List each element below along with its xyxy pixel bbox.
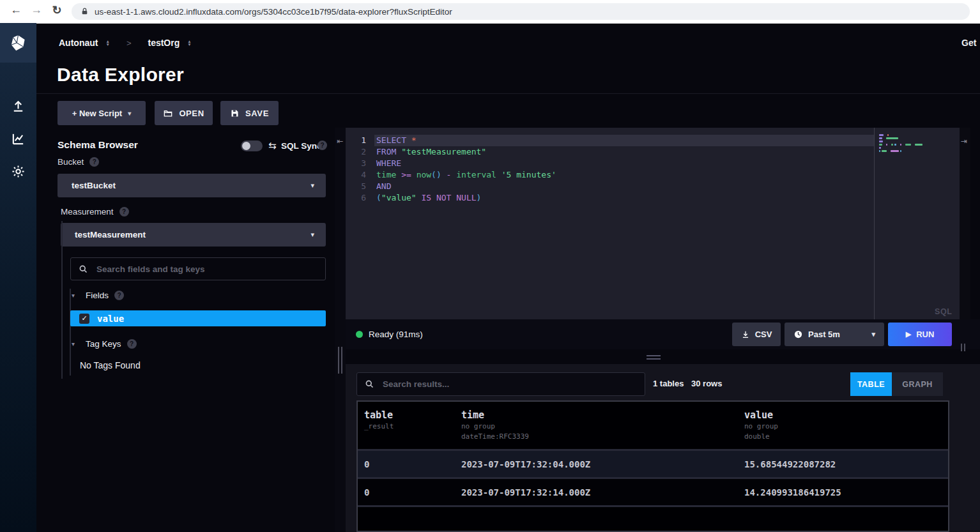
result-row: 02023-07-09T17:32:14.000Z14.240993186419… (358, 477, 948, 507)
get-started-link[interactable]: Get (961, 38, 976, 48)
collapse-caret-icon[interactable]: ▾ (72, 292, 75, 299)
line-number: 5 (346, 181, 374, 192)
query-results-panel: 1 tables 30 rows TABLE GRAPH table_resul… (346, 364, 980, 532)
new-script-label: + New Script (72, 109, 122, 118)
code-line[interactable]: WHERE (374, 158, 874, 169)
results-search-input[interactable] (381, 379, 637, 390)
open-label: OPEN (179, 109, 204, 118)
result-column-header: timeno groupdateTime:RFC3339 (455, 402, 738, 449)
editor-minimap[interactable] (874, 128, 960, 319)
measurement-value: testMeasurement (75, 230, 146, 239)
sql-code-editor[interactable]: 123456 SELECT *FROM "testMeasurement"WHE… (346, 128, 960, 319)
search-icon (365, 379, 374, 389)
org-switcher[interactable]: Autonaut (59, 38, 98, 48)
lock-icon (80, 7, 89, 16)
grip-bar (341, 347, 342, 374)
tab-graph-view[interactable]: GRAPH (892, 372, 943, 396)
play-icon: ▶ (906, 330, 911, 338)
collapse-panel-left-icon[interactable]: ⇤ (337, 137, 344, 146)
save-script-button[interactable]: SAVE (220, 101, 279, 125)
sql-sync-label: SQL Sync (281, 141, 322, 151)
results-table-body: 02023-07-09T17:32:04.000Z15.685449220872… (358, 449, 948, 507)
fields-help-icon[interactable]: ? (114, 291, 124, 300)
value-checkbox[interactable]: ✓ (79, 314, 89, 324)
sql-sync-help-icon[interactable]: ? (318, 141, 327, 150)
url-text: us-east-1-1.aws.cloud2.influxdata.com/or… (95, 7, 452, 17)
sql-sync-icon: ⇆ (268, 140, 277, 151)
browser-forward-button[interactable]: → (27, 3, 46, 17)
code-lines[interactable]: SELECT *FROM "testMeasurement"WHEREtime … (374, 128, 874, 319)
code-line[interactable]: ("value" IS NOT NULL) (374, 192, 874, 204)
upload-icon[interactable] (0, 99, 36, 114)
browser-chrome: ← → ↻ us-east-1-1.aws.cloud2.influxdata.… (0, 0, 980, 24)
workspace-chevrons-icon[interactable]: ▲▼ (187, 40, 191, 46)
new-script-button[interactable]: + New Script ▾ (57, 101, 146, 125)
browser-reload-button[interactable]: ↻ (47, 3, 66, 17)
minimap-line (879, 141, 960, 142)
editor-gutter: 123456 (346, 128, 374, 319)
panel-resize-handle-vertical[interactable]: ⇤ (335, 128, 346, 532)
line-number: 4 (346, 169, 374, 181)
influxdb-logo[interactable] (0, 23, 36, 63)
field-item-value[interactable]: ✓ value (70, 310, 326, 326)
search-icon (79, 264, 88, 274)
status-dot-icon (356, 331, 363, 338)
query-status-bar: Ready (91ms) CSV Past 5m ▾ ▶ RUN (346, 319, 980, 349)
nav-sidebar: ? (0, 23, 36, 532)
right-resize-grip[interactable] (961, 344, 965, 351)
result-cell: 14.240993186419725 (738, 487, 942, 498)
download-icon (741, 330, 750, 339)
schema-search-input[interactable] (95, 264, 318, 275)
tag-keys-help-icon[interactable]: ? (127, 339, 137, 349)
code-line[interactable]: time >= now() - interval '5 minutes' (374, 169, 874, 181)
header-divider (36, 93, 980, 94)
address-bar[interactable]: us-east-1-1.aws.cloud2.influxdata.com/or… (72, 3, 970, 20)
panel-resize-handle-horizontal[interactable] (647, 355, 661, 361)
results-table: table_resulttimeno groupdateTime:RFC3339… (356, 400, 949, 532)
org-chevrons-icon[interactable]: ▲▼ (105, 40, 109, 46)
result-column-header: table_result (358, 402, 455, 449)
minimap-line (879, 137, 960, 139)
code-line[interactable]: AND (374, 181, 874, 192)
workspace-switcher[interactable]: testOrg (148, 38, 180, 48)
clock-icon (793, 330, 803, 339)
code-line[interactable]: SELECT * (374, 135, 874, 146)
result-cell: 0 (358, 487, 455, 498)
measurement-help-icon[interactable]: ? (119, 207, 129, 217)
code-line[interactable]: FROM "testMeasurement" (374, 146, 874, 158)
tag-keys-section: ▾ Tag Keys ? (72, 339, 137, 349)
chevron-down-icon: ▾ (128, 110, 131, 117)
open-script-button[interactable]: OPEN (155, 101, 213, 125)
tab-table-view[interactable]: TABLE (850, 372, 892, 396)
line-number: 2 (346, 146, 374, 158)
collapse-caret-icon[interactable]: ▾ (72, 340, 75, 347)
save-disk-icon (230, 109, 240, 118)
indent-guide (61, 221, 63, 379)
bucket-label: Bucket ? (57, 157, 99, 167)
measurement-label: Measurement ? (61, 207, 129, 217)
line-number: 1 (346, 135, 374, 146)
minimap-line (879, 134, 960, 136)
fields-section: ▾ Fields ? (72, 291, 124, 300)
csv-download-button[interactable]: CSV (732, 323, 781, 346)
settings-gear-icon[interactable] (0, 164, 36, 179)
measurement-dropdown[interactable]: testMeasurement ▾ (61, 223, 326, 247)
browser-back-button[interactable]: ← (6, 3, 26, 17)
sql-sync-toggle[interactable] (241, 141, 263, 151)
collapse-panel-right-icon[interactable]: ⇥ (961, 137, 967, 146)
result-cell: 15.68544922087282 (738, 459, 942, 469)
tables-count: 1 tables (653, 379, 684, 388)
bucket-dropdown[interactable]: testBucket ▾ (57, 174, 326, 197)
line-number: 6 (346, 192, 374, 204)
minimap-line (879, 144, 960, 146)
bucket-help-icon[interactable]: ? (89, 157, 99, 167)
data-explorer-graph-icon[interactable] (0, 132, 36, 146)
schema-browser-panel: Schema Browser ⇆ SQL Sync ? Bucket ? tes… (36, 128, 335, 532)
schema-browser-title: Schema Browser (57, 139, 138, 151)
run-query-button[interactable]: ▶ RUN (888, 323, 952, 346)
csv-label: CSV (755, 330, 772, 339)
minimap-line (879, 147, 960, 149)
minimap-line (879, 150, 960, 152)
time-range-dropdown[interactable]: Past 5m ▾ (785, 323, 884, 346)
bucket-value: testBucket (72, 181, 116, 190)
